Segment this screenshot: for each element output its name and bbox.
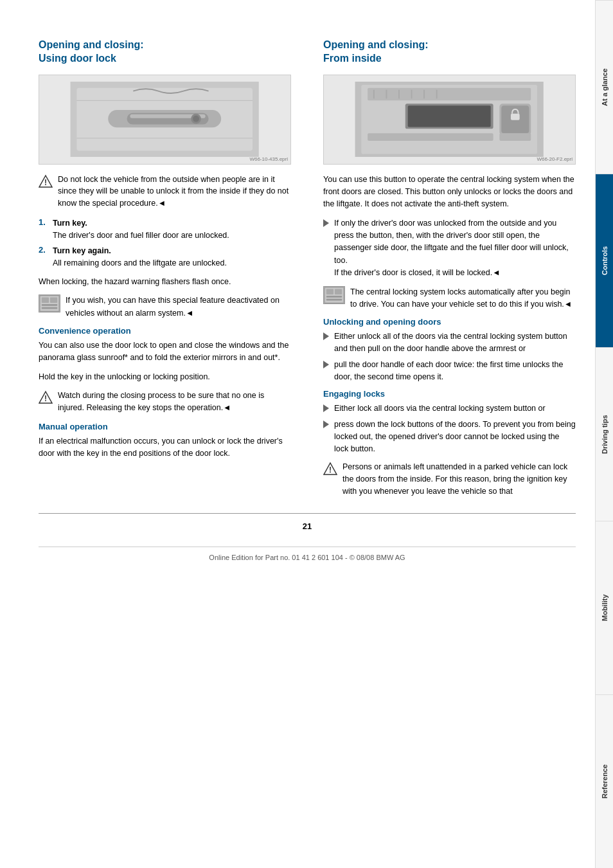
step-1-num: 1. [39, 217, 49, 242]
warning-block-2: ! Watch during the closing process to be… [39, 390, 291, 414]
unlocking-bullets: Either unlock all of the doors via the c… [323, 330, 576, 383]
note-block-1: If only the driver's door was unlocked f… [323, 217, 576, 280]
step-2-num: 2. [39, 245, 49, 269]
note-text-1: If only the driver's door was unlocked f… [334, 217, 576, 280]
tab-driving-tips[interactable]: Driving tips [596, 347, 613, 521]
svg-rect-14 [42, 304, 57, 306]
svg-rect-35 [326, 289, 333, 294]
tab-at-a-glance[interactable]: At a glance [596, 0, 613, 174]
interior-panel-image: W66-20-F2.eprl [323, 75, 576, 165]
two-column-layout: Opening and closing: Using door lock [39, 39, 576, 505]
page-footer: Online Edition for Part no. 01 41 2 601 … [39, 547, 576, 561]
engaging-bullet-1: Either lock all doors via the central lo… [323, 402, 576, 415]
feature-icon-block: If you wish, you can have this special f… [39, 294, 291, 320]
warning-icon-1: ! [39, 174, 53, 188]
convenience-title: Convenience operation [39, 326, 291, 336]
svg-text:!: ! [44, 178, 47, 187]
svg-rect-20 [368, 88, 531, 101]
manual-title: Manual operation [39, 422, 291, 431]
door-handle-image: W66-10-435.eprl [39, 75, 291, 165]
warning-text-3: Persons or animals left unattended in a … [342, 461, 576, 497]
svg-rect-31 [511, 114, 520, 120]
left-section-title: Opening and closing: Using door lock [39, 39, 291, 66]
intro-text: You can use this button to operate the c… [323, 174, 576, 211]
engaging-title: Engaging locks [323, 389, 576, 399]
unlocking-bullet-2: pull the door handle of each door twice:… [323, 359, 576, 383]
image-watermark-right: W66-20-F2.eprl [537, 156, 573, 162]
step-2: 2. Turn key again. All remaining doors a… [39, 245, 291, 269]
step-2-detail: All remaining doors and the liftgate are… [53, 257, 227, 269]
warning-block-1: ! Do not lock the vehicle from the outsi… [39, 174, 291, 210]
bullet-arrow-4 [323, 420, 329, 428]
footer-divider [39, 513, 576, 514]
tab-mobility[interactable]: Mobility [596, 521, 613, 694]
svg-rect-37 [326, 296, 342, 298]
svg-rect-36 [335, 289, 342, 294]
engaging-bullet-text-1: Either lock all doors via the central lo… [334, 402, 546, 415]
svg-rect-12 [42, 298, 49, 303]
svg-rect-28 [408, 105, 491, 127]
hold-text: Hold the key in the unlocking or locking… [39, 371, 291, 383]
step-1-detail: The driver's door and fuel filler door a… [53, 230, 229, 242]
svg-rect-33 [500, 133, 531, 141]
tab-controls[interactable]: Controls [596, 174, 613, 347]
step-1: 1. Turn key. The driver's door and fuel … [39, 217, 291, 242]
main-content: Opening and closing: Using door lock [0, 0, 595, 868]
step-1-title: Turn key. [53, 217, 229, 230]
feature-icon [39, 294, 60, 312]
svg-point-6 [193, 116, 199, 122]
note-text-2: The central locking system locks automat… [350, 286, 576, 311]
engaging-bullets: Either lock all doors via the central lo… [323, 402, 576, 455]
step-2-content: Turn key again. All remaining doors and … [53, 245, 227, 269]
tab-reference[interactable]: Reference [596, 694, 613, 868]
svg-rect-32 [368, 133, 493, 141]
feature-icon-text: If you wish, you can have this special f… [66, 294, 291, 320]
page-container: Opening and closing: Using door lock [0, 0, 613, 868]
steps-list: 1. Turn key. The driver's door and fuel … [39, 217, 291, 269]
left-column: Opening and closing: Using door lock [39, 39, 298, 505]
warning-icon-3: ! [323, 462, 337, 476]
svg-rect-15 [42, 307, 57, 309]
note-icon-block-2: The central locking system locks automat… [323, 286, 576, 311]
warning-icon-2: ! [39, 390, 53, 404]
note-feature-icon-2 [323, 286, 345, 304]
right-section-title: Opening and closing: From inside [323, 39, 576, 66]
bullet-arrow-2 [323, 361, 329, 368]
engaging-bullet-text-2: press down the lock buttons of the doors… [334, 419, 576, 455]
page-number: 21 [39, 521, 576, 531]
engaging-bullet-2: press down the lock buttons of the doors… [323, 419, 576, 455]
note-arrow-1 [323, 219, 329, 227]
unlocking-bullet-1: Either unlock all of the doors via the c… [323, 330, 576, 355]
sidebar-tabs: At a glance Controls Driving tips Mobili… [595, 0, 613, 868]
svg-text:!: ! [44, 394, 47, 403]
unlocking-bullet-text-2: pull the door handle of each door twice:… [334, 359, 576, 383]
warning-block-3: ! Persons or animals left unattended in … [323, 461, 576, 497]
bullet-arrow-1 [323, 332, 329, 340]
body-text-1: When locking, the hazard warning flasher… [39, 276, 291, 288]
svg-text:!: ! [329, 466, 332, 475]
manual-text: If an electrical malfunction occurs, you… [39, 435, 291, 460]
step-1-content: Turn key. The driver's door and fuel fil… [53, 217, 229, 242]
convenience-text: You can also use the door lock to open a… [39, 339, 291, 365]
image-watermark-left: W66-10-435.eprl [249, 156, 288, 162]
warning-text-2: Watch during the closing process to be s… [58, 390, 291, 414]
step-2-title: Turn key again. [53, 245, 227, 257]
right-column: Opening and closing: From inside [317, 39, 576, 505]
unlocking-bullet-text-1: Either unlock all of the doors via the c… [334, 330, 576, 355]
svg-rect-13 [50, 298, 57, 303]
warning-text-1: Do not lock the vehicle from the outside… [58, 174, 291, 210]
unlocking-title: Unlocking and opening doors [323, 317, 576, 327]
svg-rect-38 [326, 298, 342, 300]
bullet-arrow-3 [323, 404, 329, 412]
